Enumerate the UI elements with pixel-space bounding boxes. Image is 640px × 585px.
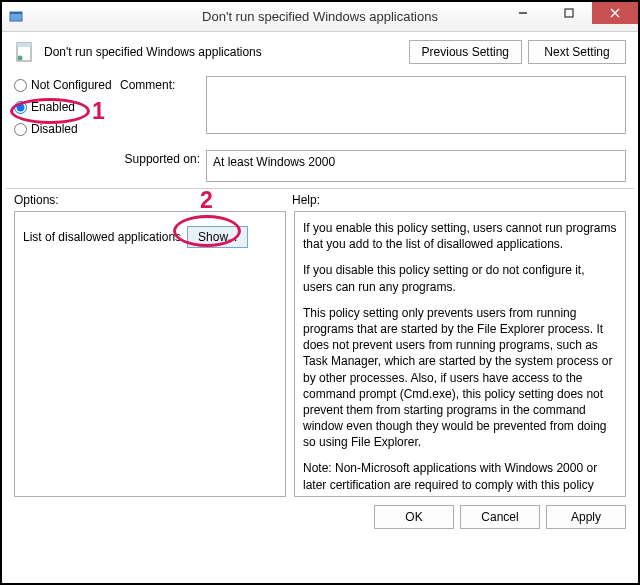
svg-rect-1 (10, 12, 22, 14)
minimize-button[interactable] (500, 2, 546, 24)
radio-disabled[interactable]: Disabled (14, 122, 120, 136)
help-label: Help: (292, 193, 320, 207)
supported-on-value: At least Windows 2000 (213, 155, 335, 169)
radio-disabled-label: Disabled (31, 122, 78, 136)
options-pane: List of disallowed applications Show... (14, 211, 286, 497)
policy-title: Don't run specified Windows applications (44, 45, 403, 59)
comment-textarea[interactable] (206, 76, 626, 134)
previous-setting-button[interactable]: Previous Setting (409, 40, 522, 64)
help-text-p2: If you disable this policy setting or do… (303, 262, 617, 294)
apply-button[interactable]: Apply (546, 505, 626, 529)
ok-button[interactable]: OK (374, 505, 454, 529)
comment-label: Comment: (120, 76, 206, 92)
app-icon (8, 9, 24, 25)
radio-enabled-input[interactable] (14, 101, 27, 114)
svg-rect-3 (565, 9, 573, 17)
help-text-p3: This policy setting only prevents users … (303, 305, 617, 451)
close-button[interactable] (592, 2, 638, 24)
svg-point-8 (18, 56, 23, 61)
cancel-button[interactable]: Cancel (460, 505, 540, 529)
help-pane: If you enable this policy setting, users… (294, 211, 626, 497)
radio-not-configured-input[interactable] (14, 79, 27, 92)
radio-enabled-label: Enabled (31, 100, 75, 114)
radio-enabled[interactable]: Enabled (14, 100, 120, 114)
divider (6, 188, 634, 189)
next-setting-button[interactable]: Next Setting (528, 40, 626, 64)
help-text-p4: Note: Non-Microsoft applications with Wi… (303, 460, 617, 497)
radio-not-configured[interactable]: Not Configured (14, 78, 120, 92)
disallowed-list-label: List of disallowed applications (23, 230, 181, 244)
radio-disabled-input[interactable] (14, 123, 27, 136)
radio-not-configured-label: Not Configured (31, 78, 112, 92)
title-bar: Don't run specified Windows applications (2, 2, 638, 32)
svg-rect-7 (17, 43, 31, 47)
options-label: Options: (14, 193, 292, 207)
supported-on-label: Supported on: (120, 150, 206, 166)
maximize-button[interactable] (546, 2, 592, 24)
show-button[interactable]: Show... (187, 226, 248, 248)
policy-icon (14, 41, 36, 63)
supported-on-field: At least Windows 2000 (206, 150, 626, 182)
help-text-p1: If you enable this policy setting, users… (303, 220, 617, 252)
